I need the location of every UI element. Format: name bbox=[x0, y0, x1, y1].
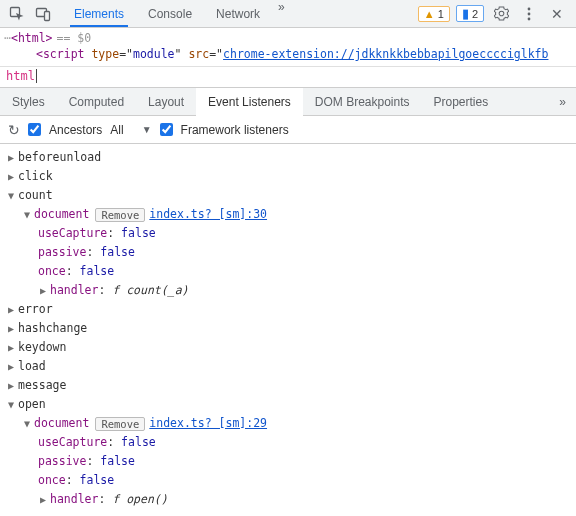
ancestors-checkbox[interactable] bbox=[28, 123, 41, 136]
devtools-panel-tabs: Elements Console Network » bbox=[62, 0, 418, 27]
tab-console[interactable]: Console bbox=[136, 0, 204, 27]
listener-prop: once: false bbox=[6, 471, 570, 490]
dom-tree-source[interactable]: ⋯ <html> == $0 <script type="module" src… bbox=[0, 28, 576, 67]
listener-prop: useCapture: false bbox=[6, 433, 570, 452]
toolbar-right: ▲ 1 ▮ 2 ✕ bbox=[418, 2, 572, 26]
event-node-load[interactable]: ▶load bbox=[6, 357, 570, 376]
listener-handler[interactable]: ▶handler: f open() bbox=[6, 490, 570, 509]
framework-listeners-checkbox[interactable] bbox=[160, 123, 173, 136]
listener-prop: passive: false bbox=[6, 243, 570, 262]
remove-listener-button[interactable]: Remove bbox=[95, 417, 145, 431]
subtab-event-listeners[interactable]: Event Listeners bbox=[196, 88, 303, 115]
svg-point-4 bbox=[528, 12, 531, 15]
messages-count: 2 bbox=[472, 8, 478, 20]
devtools-top-toolbar: Elements Console Network » ▲ 1 ▮ 2 ✕ bbox=[0, 0, 576, 28]
subtab-properties[interactable]: Properties bbox=[422, 88, 501, 115]
listener-prop: passive: false bbox=[6, 452, 570, 471]
listener-target-document[interactable]: ▼document Remove index.ts? [sm]:30 bbox=[6, 205, 570, 224]
device-toolbar-icon[interactable] bbox=[30, 2, 56, 26]
messages-badge[interactable]: ▮ 2 bbox=[456, 5, 484, 22]
event-node-count[interactable]: ▼count bbox=[6, 186, 570, 205]
subtab-styles[interactable]: Styles bbox=[0, 88, 57, 115]
warnings-count: 1 bbox=[438, 8, 444, 20]
event-node-hashchange[interactable]: ▶hashchange bbox=[6, 319, 570, 338]
listener-source-link[interactable]: index.ts? [sm]:30 bbox=[149, 205, 267, 224]
listener-source-link[interactable]: index.ts? [sm]:29 bbox=[149, 414, 267, 433]
subtab-layout[interactable]: Layout bbox=[136, 88, 196, 115]
event-node-click[interactable]: ▶click bbox=[6, 167, 570, 186]
tab-elements[interactable]: Elements bbox=[62, 0, 136, 27]
subtab-dom-breakpoints[interactable]: DOM Breakpoints bbox=[303, 88, 422, 115]
svg-point-5 bbox=[528, 17, 531, 20]
event-node-keydown[interactable]: ▶keydown bbox=[6, 338, 570, 357]
chevron-down-icon: ▼ bbox=[142, 124, 152, 135]
listener-target-document[interactable]: ▼document Remove index.ts? [sm]:29 bbox=[6, 414, 570, 433]
svg-point-3 bbox=[528, 7, 531, 10]
inspect-element-icon[interactable] bbox=[4, 2, 30, 26]
event-node-message[interactable]: ▶message bbox=[6, 376, 570, 395]
ancestors-label: Ancestors bbox=[49, 123, 102, 137]
listener-prop: useCapture: false bbox=[6, 224, 570, 243]
selected-node-indicator: == $0 bbox=[57, 30, 92, 46]
selector-text: html bbox=[6, 69, 37, 83]
more-subtabs-icon[interactable]: » bbox=[549, 95, 576, 109]
event-node-error[interactable]: ▶error bbox=[6, 300, 570, 319]
tab-network[interactable]: Network bbox=[204, 0, 272, 27]
listener-handler[interactable]: ▶handler: f count(_a) bbox=[6, 281, 570, 300]
refresh-icon[interactable]: ↻ bbox=[8, 122, 20, 138]
event-node-open[interactable]: ▼open bbox=[6, 395, 570, 414]
more-tabs-icon[interactable]: » bbox=[272, 0, 291, 27]
subtab-computed[interactable]: Computed bbox=[57, 88, 136, 115]
warnings-badge[interactable]: ▲ 1 bbox=[418, 6, 450, 22]
breadcrumb-selector[interactable]: html bbox=[0, 67, 576, 88]
event-listeners-tree: ▶beforeunload ▶click ▼count ▼document Re… bbox=[0, 144, 576, 513]
remove-listener-button[interactable]: Remove bbox=[95, 208, 145, 222]
warning-icon: ▲ bbox=[424, 8, 435, 20]
event-node-beforeunload[interactable]: ▶beforeunload bbox=[6, 148, 570, 167]
ellipsis-icon: ⋯ bbox=[4, 30, 11, 46]
listener-filter-dropdown[interactable]: All ▼ bbox=[110, 123, 151, 137]
listener-prop: once: false bbox=[6, 262, 570, 281]
more-options-icon[interactable] bbox=[518, 2, 540, 26]
settings-gear-icon[interactable] bbox=[490, 2, 512, 26]
elements-sidebar-tabs: Styles Computed Layout Event Listeners D… bbox=[0, 88, 576, 116]
close-devtools-icon[interactable]: ✕ bbox=[546, 2, 568, 26]
framework-listeners-label: Framework listeners bbox=[181, 123, 289, 137]
svg-rect-2 bbox=[45, 11, 50, 20]
message-icon: ▮ bbox=[462, 7, 469, 20]
event-listeners-toolbar: ↻ Ancestors All ▼ Framework listeners bbox=[0, 116, 576, 144]
